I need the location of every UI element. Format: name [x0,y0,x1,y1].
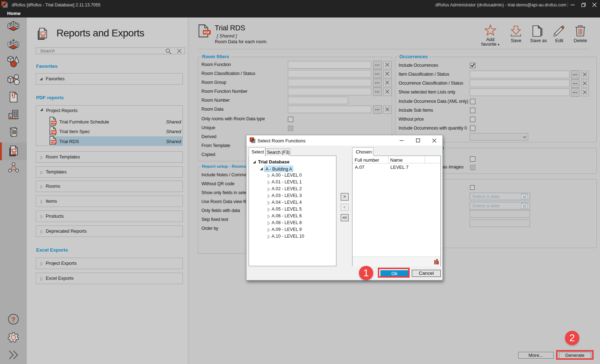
svg-text:?: ? [11,315,16,323]
svg-text:PDF: PDF [204,31,210,34]
svg-text:15: 15 [522,204,526,208]
svg-text:15: 15 [522,195,526,199]
